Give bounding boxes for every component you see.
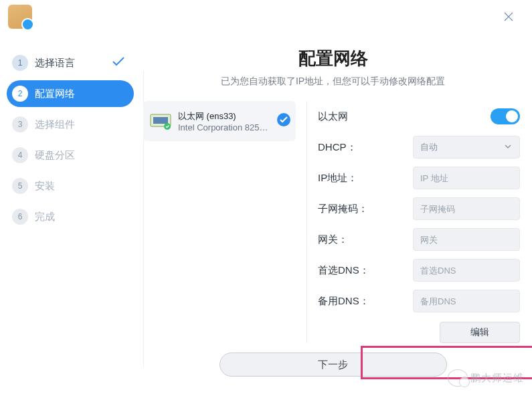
dns1-input[interactable] [413, 259, 520, 282]
sidebar-step-components[interactable]: 3 选择组件 [7, 111, 134, 138]
dhcp-select[interactable]: 自动 [413, 136, 520, 159]
mask-input[interactable] [413, 197, 520, 220]
page-subtitle: 已为您自动获取了IP地址，但您可以手动修改网络配置 [143, 76, 523, 88]
step-label: 安装 [35, 180, 55, 193]
gateway-input[interactable] [413, 228, 520, 251]
dns2-input[interactable] [413, 290, 520, 312]
mask-label: 子网掩码： [318, 203, 405, 215]
sidebar: 1 选择语言 2 配置网络 3 选择组件 4 硬盘分区 5 安装 6 完成 [0, 40, 134, 377]
step-label: 配置网络 [35, 88, 75, 100]
app-icon [8, 5, 32, 29]
sidebar-step-disk[interactable]: 4 硬盘分区 [7, 142, 134, 169]
nic-name: 以太网 (ens33) [178, 110, 289, 122]
gateway-label: 网关： [318, 233, 405, 246]
sidebar-step-install[interactable]: 5 安装 [7, 173, 134, 199]
nic-card[interactable]: 以太网 (ens33) Intel Corporation 825… [143, 101, 296, 141]
step-label: 选择语言 [35, 57, 75, 70]
close-icon [503, 11, 514, 22]
nic-description: Intel Corporation 825… [178, 122, 289, 132]
ip-input[interactable] [413, 167, 520, 189]
dhcp-label: DHCP： [318, 141, 405, 154]
step-label: 完成 [35, 211, 55, 223]
sidebar-step-network[interactable]: 2 配置网络 [7, 80, 134, 107]
divider [306, 101, 307, 343]
sidebar-step-language[interactable]: 1 选择语言 [7, 50, 134, 76]
close-button[interactable] [500, 8, 517, 25]
dns2-label: 备用DNS： [318, 295, 405, 308]
dhcp-value: 自动 [420, 141, 438, 153]
step-number: 3 [12, 116, 28, 132]
ip-label: IP地址： [318, 172, 405, 185]
selected-check-icon [277, 113, 290, 126]
step-label: 选择组件 [35, 118, 75, 131]
step-label: 硬盘分区 [35, 149, 75, 162]
edit-button[interactable]: 编辑 [440, 322, 520, 343]
step-number: 2 [12, 86, 28, 102]
ethernet-toggle[interactable] [491, 108, 520, 124]
ethernet-label: 以太网 [318, 110, 405, 123]
step-number: 6 [12, 209, 28, 225]
dns1-label: 首选DNS： [318, 264, 405, 277]
check-icon [112, 57, 124, 69]
nic-icon [150, 112, 171, 130]
sidebar-step-done[interactable]: 6 完成 [7, 203, 134, 230]
svg-rect-1 [153, 117, 168, 124]
chevron-down-icon [503, 142, 513, 153]
step-number: 4 [12, 147, 28, 163]
step-number: 1 [12, 55, 28, 71]
next-button[interactable]: 下一步 [219, 353, 447, 377]
page-title: 配置网络 [143, 47, 523, 70]
step-number: 5 [12, 178, 28, 194]
